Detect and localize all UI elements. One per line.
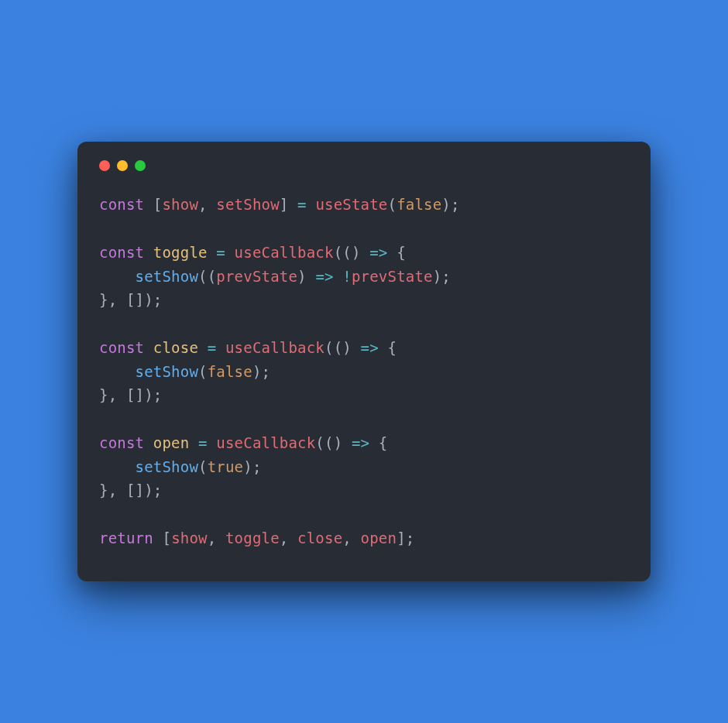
code-token: } <box>99 291 108 308</box>
code-token: = <box>216 244 225 261</box>
code-token: close <box>297 529 342 547</box>
code-token: ) <box>144 291 153 308</box>
code-token <box>144 434 153 451</box>
code-token: , <box>208 529 217 547</box>
code-token: ] <box>397 529 406 547</box>
code-token: , <box>108 291 118 308</box>
close-icon[interactable] <box>99 160 110 171</box>
code-token: , <box>198 196 208 213</box>
minimize-icon[interactable] <box>117 160 128 171</box>
window-controls <box>99 160 629 171</box>
code-token: open <box>153 434 190 451</box>
code-token: ; <box>441 268 451 285</box>
code-token <box>342 434 352 451</box>
code-token: ; <box>153 291 163 308</box>
code-token: { <box>387 339 397 356</box>
code-token: const <box>99 244 144 261</box>
code-token: ) <box>342 339 352 356</box>
code-token: ( <box>325 434 334 451</box>
code-token: [ <box>126 481 136 499</box>
code-token: toggle <box>225 529 280 547</box>
code-token: ] <box>280 196 289 213</box>
code-token: ( <box>388 196 397 213</box>
code-token: ( <box>315 434 325 451</box>
code-token: open <box>361 529 397 547</box>
code-token: useState <box>315 196 387 213</box>
code-token: ) <box>252 363 262 380</box>
code-token: ) <box>433 268 442 285</box>
code-token: ) <box>334 434 343 451</box>
code-token: ) <box>144 481 153 499</box>
code-token: ( <box>198 458 208 475</box>
code-token <box>198 339 208 356</box>
code-token <box>216 339 225 356</box>
code-token: setShow <box>136 363 198 380</box>
code-token: ! <box>342 268 352 285</box>
code-token: show <box>171 529 208 547</box>
code-token: ; <box>451 196 460 213</box>
code-token <box>208 244 217 261</box>
code-token: = <box>297 196 307 213</box>
code-token <box>361 244 370 261</box>
code-token: useCallback <box>235 244 334 261</box>
code-token: false <box>397 196 441 213</box>
code-token <box>117 386 126 403</box>
code-token: true <box>208 458 244 475</box>
code-token: setShow <box>136 458 198 475</box>
code-token <box>352 529 361 547</box>
code-token: = <box>208 339 217 356</box>
code-token: ) <box>243 458 252 475</box>
code-token: ; <box>406 529 415 547</box>
code-token: const <box>99 434 144 451</box>
code-token <box>288 529 297 547</box>
code-token <box>387 244 397 261</box>
code-token: toggle <box>153 244 208 261</box>
code-token: useCallback <box>216 434 315 451</box>
code-token <box>225 244 235 261</box>
code-token: const <box>99 339 144 356</box>
code-token <box>307 196 316 213</box>
code-token: } <box>99 481 108 499</box>
code-token: ( <box>198 268 208 285</box>
code-token <box>99 458 136 475</box>
code-token: ) <box>441 196 451 213</box>
code-token <box>153 529 163 547</box>
code-token: => <box>352 434 369 451</box>
code-token <box>352 339 361 356</box>
code-token: ( <box>334 244 343 261</box>
code-content: const [show, setShow] = useState(false);… <box>99 193 629 550</box>
code-token: , <box>342 529 352 547</box>
maximize-icon[interactable] <box>135 160 146 171</box>
code-token: ( <box>334 339 343 356</box>
code-token: ; <box>153 386 163 403</box>
code-token: , <box>280 529 289 547</box>
code-token: show <box>162 196 198 213</box>
code-token: ; <box>262 363 271 380</box>
code-token <box>379 339 388 356</box>
code-token: => <box>315 268 333 285</box>
code-token: ) <box>144 386 153 403</box>
code-token <box>99 363 136 380</box>
code-token: ( <box>342 244 352 261</box>
code-token: ] <box>136 386 145 403</box>
code-token: ( <box>198 363 208 380</box>
code-token: => <box>369 244 387 261</box>
code-token <box>216 529 225 547</box>
code-token: [ <box>126 291 136 308</box>
code-token <box>288 196 297 213</box>
code-token <box>189 434 198 451</box>
code-token: { <box>379 434 388 451</box>
code-token <box>117 481 126 499</box>
code-token: , <box>108 481 118 499</box>
code-token: [ <box>126 386 136 403</box>
code-token <box>144 196 153 213</box>
code-token: } <box>99 386 108 403</box>
code-token: close <box>153 339 198 356</box>
code-token: , <box>108 386 118 403</box>
code-token: setShow <box>216 196 279 213</box>
code-token: ] <box>136 291 145 308</box>
code-token <box>369 434 379 451</box>
code-token: useCallback <box>225 339 325 356</box>
code-token: ( <box>208 268 217 285</box>
code-token: [ <box>153 196 163 213</box>
